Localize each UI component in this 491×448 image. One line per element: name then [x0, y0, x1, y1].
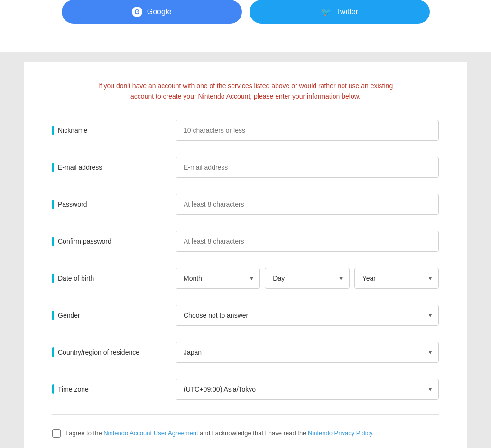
- day-select[interactable]: Day: [265, 268, 349, 289]
- info-line2: account to create your Nintendo Account,…: [130, 92, 361, 100]
- info-line1: If you don't have an account with one of…: [98, 82, 393, 90]
- year-select[interactable]: Year: [354, 268, 439, 289]
- google-icon: G: [132, 7, 142, 17]
- gender-label: Gender: [52, 311, 176, 320]
- nickname-field: [176, 120, 439, 141]
- nickname-label: Nickname: [52, 126, 176, 135]
- label-bar-dob: [52, 274, 54, 283]
- label-bar-gender: [52, 311, 54, 320]
- email-label: E-mail address: [52, 163, 176, 172]
- twitter-label: Twitter: [336, 8, 358, 16]
- user-agreement-link[interactable]: Nintendo Account User Agreement: [103, 430, 198, 437]
- white-spacer: [0, 38, 491, 52]
- privacy-policy-link[interactable]: Nintendo Privacy Policy: [308, 430, 372, 437]
- country-label: Country/region of residence: [52, 347, 176, 357]
- twitter-icon: 🐦: [321, 7, 331, 17]
- timezone-select-wrap: (UTC+09:00) Asia/Tokyo (UTC+00:00) UTC (…: [176, 379, 439, 400]
- dob-label: Date of birth: [52, 274, 176, 283]
- gender-row: Gender Choose not to answer Male Female …: [52, 303, 439, 327]
- label-bar-email: [52, 163, 54, 172]
- day-select-wrap: Day ▼: [265, 268, 349, 289]
- confirm-password-input[interactable]: [176, 231, 439, 252]
- agreement-row: I agree to the Nintendo Account User Agr…: [52, 429, 439, 438]
- country-row: Country/region of residence Japan United…: [52, 340, 439, 364]
- month-select[interactable]: Month JanuaryFebruaryMarch AprilMayJune …: [176, 268, 260, 289]
- nickname-input[interactable]: [176, 120, 439, 141]
- dob-row: Date of birth Month JanuaryFebruaryMarch…: [52, 266, 439, 290]
- gender-select[interactable]: Choose not to answer Male Female: [176, 305, 439, 326]
- email-field: [176, 157, 439, 178]
- year-select-wrap: Year ▼: [354, 268, 439, 289]
- label-bar-nickname: [52, 126, 54, 135]
- password-field: [176, 194, 439, 215]
- agreement-text: I agree to the Nintendo Account User Agr…: [65, 430, 374, 437]
- email-row: E-mail address: [52, 155, 439, 179]
- label-bar-timezone: [52, 384, 54, 394]
- country-select[interactable]: Japan United States United Kingdom: [176, 342, 439, 363]
- timezone-label: Time zone: [52, 384, 176, 394]
- month-select-wrap: Month JanuaryFebruaryMarch AprilMayJune …: [176, 268, 260, 289]
- country-select-wrap: Japan United States United Kingdom ▼: [176, 342, 439, 363]
- password-row: Password: [52, 192, 439, 216]
- main-container: If you don't have an account with one of…: [0, 52, 491, 448]
- divider: [52, 414, 439, 415]
- dob-selects: Month JanuaryFebruaryMarch AprilMayJune …: [176, 268, 439, 289]
- gender-select-wrap: Choose not to answer Male Female ▼: [176, 305, 439, 326]
- agreement-checkbox[interactable]: [52, 429, 61, 438]
- label-bar-confirm-password: [52, 237, 54, 246]
- email-input[interactable]: [176, 157, 439, 178]
- confirm-password-row: Confirm password: [52, 229, 439, 253]
- password-input[interactable]: [176, 194, 439, 215]
- nickname-row: Nickname: [52, 119, 439, 142]
- info-text: If you don't have an account with one of…: [52, 81, 439, 102]
- timezone-row: Time zone (UTC+09:00) Asia/Tokyo (UTC+00…: [52, 377, 439, 401]
- password-label: Password: [52, 200, 176, 209]
- confirm-password-field: [176, 231, 439, 252]
- top-section: G Google 🐦 Twitter: [0, 0, 491, 38]
- google-button[interactable]: G Google: [62, 0, 242, 24]
- label-bar-password: [52, 200, 54, 209]
- form-card: If you don't have an account with one of…: [24, 62, 467, 448]
- google-label: Google: [147, 8, 172, 16]
- confirm-password-label: Confirm password: [52, 237, 176, 246]
- timezone-select[interactable]: (UTC+09:00) Asia/Tokyo (UTC+00:00) UTC (…: [176, 379, 439, 400]
- label-bar-country: [52, 347, 54, 357]
- twitter-button[interactable]: 🐦 Twitter: [250, 0, 430, 24]
